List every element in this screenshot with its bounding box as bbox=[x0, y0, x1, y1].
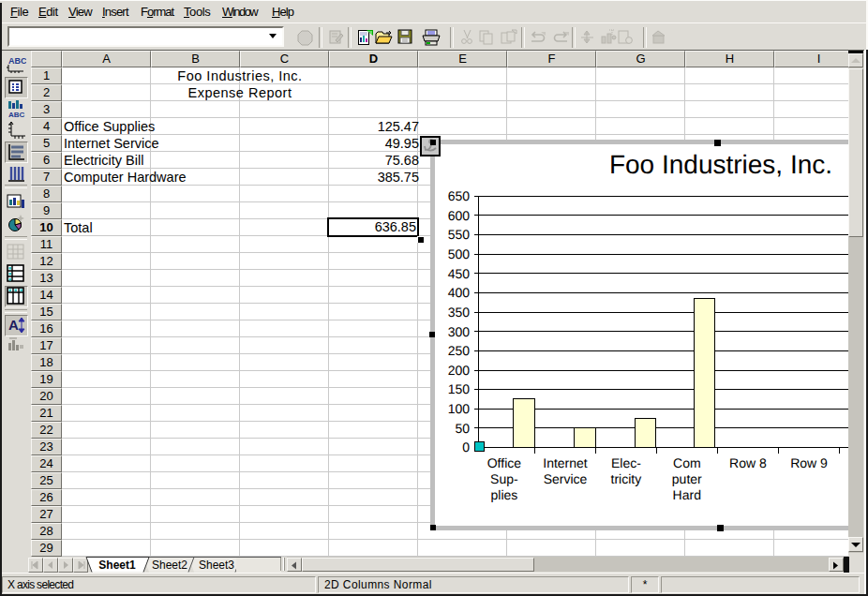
svg-text:650: 650 bbox=[448, 188, 471, 203]
svg-text:A: A bbox=[8, 317, 19, 333]
svg-text:Row 8: Row 8 bbox=[729, 455, 767, 470]
svg-text:Sheet3: Sheet3 bbox=[199, 559, 234, 572]
svg-text:Office: Office bbox=[487, 455, 522, 470]
svg-text:Hard: Hard bbox=[673, 487, 701, 502]
svg-text:ABC: ABC bbox=[8, 56, 26, 66]
svg-text:600: 600 bbox=[448, 208, 471, 223]
svg-text:tricity: tricity bbox=[611, 471, 642, 486]
svg-text:100: 100 bbox=[448, 401, 471, 416]
svg-text:450: 450 bbox=[448, 266, 471, 281]
svg-text:Sheet2: Sheet2 bbox=[152, 559, 187, 572]
svg-text:Sup-: Sup- bbox=[490, 471, 518, 486]
svg-text:ABC: ABC bbox=[8, 111, 25, 118]
svg-text:Service: Service bbox=[544, 471, 588, 486]
svg-text:200: 200 bbox=[448, 363, 471, 378]
svg-text:550: 550 bbox=[448, 227, 471, 242]
svg-text:puter: puter bbox=[672, 471, 702, 486]
svg-text:Row 9: Row 9 bbox=[790, 455, 828, 470]
svg-text:300: 300 bbox=[448, 324, 471, 339]
svg-text:Elec-: Elec- bbox=[611, 455, 641, 470]
svg-text:Internet: Internet bbox=[543, 455, 588, 470]
svg-text:250: 250 bbox=[448, 343, 471, 358]
svg-text:plies: plies bbox=[491, 487, 518, 502]
svg-text:0: 0 bbox=[462, 440, 470, 454]
svg-text:400: 400 bbox=[448, 285, 471, 300]
svg-text:50: 50 bbox=[455, 421, 470, 436]
svg-text:350: 350 bbox=[448, 305, 471, 320]
svg-text:150: 150 bbox=[448, 381, 471, 396]
svg-text:Com: Com bbox=[673, 455, 701, 470]
svg-text:500: 500 bbox=[448, 246, 471, 261]
svg-text:Sheet1: Sheet1 bbox=[98, 559, 136, 572]
svg-text:Foo Industries, Inc.: Foo Industries, Inc. bbox=[609, 150, 832, 179]
